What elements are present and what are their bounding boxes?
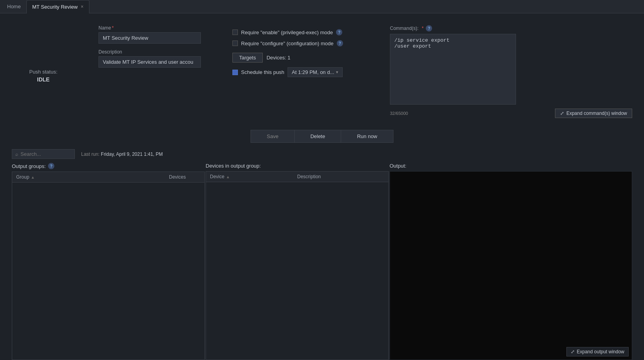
schedule-time: At 1:29 PM, on d... (292, 69, 334, 75)
name-input[interactable] (98, 32, 201, 44)
commands-textarea[interactable]: /ip service export /user export (390, 34, 516, 105)
expand-commands-button[interactable]: ⤢ Expand command(s) window (555, 109, 632, 118)
expand-commands-label: Expand command(s) window (566, 111, 627, 116)
devices-panel-header: Devices in output group: (206, 163, 389, 169)
bottom-section: Output groups: ? Group ▲ Devices (12, 163, 632, 360)
require-enable-help-icon[interactable]: ? (336, 29, 342, 35)
name-required-star: * (112, 25, 114, 31)
require-enable-checkbox[interactable] (232, 30, 238, 35)
top-form-section: Push status: IDLE Name* Description Requ… (12, 25, 632, 118)
main-content: Push status: IDLE Name* Description Requ… (0, 13, 644, 360)
devices-table-body (206, 182, 388, 360)
th-group-label: Group (16, 174, 29, 180)
search-input[interactable] (20, 151, 68, 157)
output-groups-table-header: Group ▲ Devices (12, 172, 204, 183)
th-devices: Devices (169, 174, 200, 180)
require-enable-row: Require "enable" (privileged-exec) mode … (232, 29, 366, 35)
commands-required-star: * (422, 26, 424, 31)
output-groups-table: Group ▲ Devices (12, 172, 205, 360)
expand-arrows-icon: ⤢ (560, 111, 564, 116)
run-now-button[interactable]: Run now (341, 130, 393, 143)
push-status-label: Push status: (29, 69, 58, 75)
th-devices-label: Devices (169, 174, 186, 180)
close-tab-icon[interactable]: × (81, 4, 84, 9)
th-group: Group ▲ (16, 174, 169, 180)
output-groups-header: Output groups: ? (12, 163, 205, 169)
tab-mt-security-review-label: MT Security Review (32, 4, 78, 10)
char-count: 32/65000 (390, 111, 408, 116)
sort-group-icon[interactable]: ▲ (31, 175, 35, 179)
devices-panel: Devices in output group: Device ▲ Descri… (206, 163, 389, 360)
search-icon: ⌕ (15, 151, 18, 157)
schedule-checkbox[interactable] (232, 70, 238, 75)
commands-section: Command(s):* ? /ip service export /user … (390, 25, 632, 118)
search-container: ⌕ (12, 149, 75, 159)
last-run-date: Friday, April 9, 2021 1:41, PM (101, 151, 163, 157)
commands-footer: 32/65000 ⤢ Expand command(s) window (390, 109, 632, 118)
dropdown-arrow-icon: ▾ (336, 70, 338, 75)
tab-mt-security-review[interactable]: MT Security Review × (26, 0, 89, 13)
push-status-section: Push status: IDLE (12, 25, 75, 118)
push-status-value: IDLE (37, 76, 50, 83)
output-groups-help-icon[interactable]: ? (48, 163, 54, 169)
expand-output-button[interactable]: ⤢ Expand output window (566, 347, 629, 356)
require-configure-row: Require "configure" (configuration) mode… (232, 40, 366, 46)
output-body: ⤢ Expand output window (390, 171, 632, 360)
require-configure-label: Require "configure" (configuration) mode (241, 41, 334, 46)
commands-header: Command(s):* ? (390, 25, 632, 31)
options-section: Require "enable" (privileged-exec) mode … (232, 25, 366, 118)
devices-table: Device ▲ Description (206, 171, 389, 360)
search-bar: ⌕ Last run: Friday, April 9, 2021 1:41, … (12, 149, 632, 159)
tab-bar: Home MT Security Review × (0, 0, 644, 13)
description-input[interactable] (98, 56, 201, 68)
schedule-label: Schedule this push (241, 69, 284, 75)
form-fields: Name* Description (98, 25, 209, 118)
save-button[interactable]: Save (251, 130, 295, 143)
output-groups-table-body (12, 183, 204, 360)
output-panel: Output: ⤢ Expand output window (390, 163, 632, 360)
devices-count: Devices: 1 (267, 55, 291, 61)
th-description-label: Description (297, 174, 321, 179)
action-buttons: Save Delete Run now (12, 130, 632, 143)
output-panel-header: Output: (390, 163, 632, 169)
tab-home[interactable]: Home (2, 0, 26, 13)
last-run-text: Last run: Friday, April 9, 2021 1:41, PM (81, 151, 163, 157)
name-label: Name* (98, 25, 209, 31)
schedule-row: Schedule this push At 1:29 PM, on d... ▾ (232, 67, 366, 77)
require-configure-checkbox[interactable] (232, 41, 238, 46)
expand-output-label: Expand output window (577, 349, 624, 354)
output-groups-label: Output groups: (12, 163, 46, 169)
sort-device-icon[interactable]: ▲ (226, 175, 230, 179)
commands-help-icon[interactable]: ? (426, 25, 432, 31)
schedule-dropdown[interactable]: At 1:29 PM, on d... ▾ (288, 67, 343, 77)
th-description: Description (297, 174, 385, 179)
devices-panel-label: Devices in output group: (206, 163, 261, 169)
targets-row: Targets Devices: 1 (232, 53, 366, 63)
name-field-row: Name* (98, 25, 209, 44)
th-device: Device ▲ (210, 174, 297, 179)
commands-label: Command(s):* ? (390, 25, 432, 31)
targets-button[interactable]: Targets (232, 53, 263, 63)
require-enable-label: Require "enable" (privileged-exec) mode (241, 30, 333, 35)
delete-button[interactable]: Delete (295, 130, 341, 143)
th-device-label: Device (210, 174, 225, 179)
output-groups-panel: Output groups: ? Group ▲ Devices (12, 163, 205, 360)
require-configure-help-icon[interactable]: ? (337, 40, 343, 46)
expand-output-icon: ⤢ (571, 349, 575, 354)
tab-home-label: Home (7, 4, 21, 9)
devices-table-header: Device ▲ Description (206, 172, 388, 182)
description-field-row: Description (98, 49, 209, 68)
description-label: Description (98, 49, 209, 55)
